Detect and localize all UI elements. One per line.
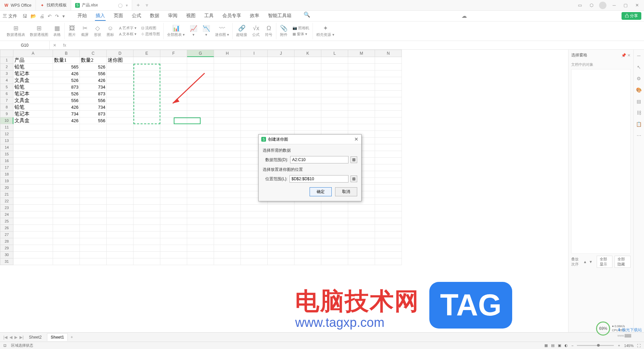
save-icon[interactable]: 🖫: [22, 13, 27, 19]
avatar[interactable]: [599, 2, 606, 9]
link-icon[interactable]: ⛓: [637, 110, 641, 115]
pin-icon[interactable]: 📌: [621, 53, 626, 58]
column-header[interactable]: H: [214, 50, 241, 57]
zoom-out-button[interactable]: −: [571, 344, 573, 348]
zoom-in-button[interactable]: ＋: [617, 343, 621, 348]
dialog-close-button[interactable]: ✕: [354, 136, 359, 142]
redo-icon[interactable]: ↷: [55, 13, 59, 19]
chart-type2[interactable]: 📉▾: [202, 25, 210, 37]
bring-forward-icon[interactable]: ▲: [583, 260, 587, 264]
tab-data[interactable]: 数据: [149, 11, 160, 21]
close-button[interactable]: ✕: [633, 2, 641, 9]
style-icon[interactable]: 🎨: [636, 87, 642, 93]
column-header[interactable]: G: [187, 50, 214, 57]
data-cell[interactable]: 734: [80, 104, 107, 111]
data-cell[interactable]: 铅笔: [13, 104, 53, 111]
data-cell[interactable]: 556: [80, 70, 107, 77]
data-cell[interactable]: 556: [80, 97, 107, 104]
tab-tools[interactable]: 工具: [204, 11, 214, 21]
data-cell[interactable]: 文具盒: [13, 97, 53, 104]
row-header[interactable]: 6: [0, 91, 13, 97]
column-header[interactable]: K: [294, 50, 321, 57]
tab-wps-office[interactable]: W WPS Office: [0, 0, 36, 10]
undo-icon[interactable]: ↶: [48, 13, 52, 19]
tab-smart[interactable]: 智能工具箱: [267, 11, 292, 21]
cloud-icon[interactable]: ☁: [462, 13, 467, 19]
row-header[interactable]: 28: [0, 238, 13, 245]
flowchart[interactable]: ⊡ 流程图: [141, 26, 160, 31]
row-header[interactable]: 16: [0, 158, 13, 164]
object-list[interactable]: [571, 69, 631, 254]
header-cell[interactable]: 数量1: [53, 57, 80, 64]
data-cell[interactable]: 文具盒: [13, 77, 53, 84]
row-header[interactable]: 1: [0, 57, 13, 64]
row-header[interactable]: 9: [0, 111, 13, 117]
chart-type1[interactable]: 📈▾: [190, 25, 198, 37]
ok-button[interactable]: 确定: [310, 187, 332, 196]
screenshot[interactable]: ✂截屏: [81, 25, 89, 37]
header-cell[interactable]: 数量2: [80, 57, 107, 64]
settings-icon[interactable]: ⚙: [637, 76, 641, 81]
fullscreen-icon[interactable]: ⛶: [637, 344, 641, 348]
show-all-button[interactable]: 全部显示: [597, 256, 613, 268]
data-cell[interactable]: 526: [53, 77, 80, 84]
data-cell[interactable]: 556: [80, 117, 107, 124]
collapse-icon[interactable]: ─: [637, 53, 641, 58]
prev-sheet-icon[interactable]: ◀: [9, 335, 12, 340]
close-pane-icon[interactable]: ✕: [627, 53, 631, 58]
icons[interactable]: ☺图标: [106, 25, 114, 37]
row-header[interactable]: 29: [0, 245, 13, 252]
mindmap[interactable]: ⊹ 思维导图: [141, 32, 160, 37]
zoom-level[interactable]: 145%: [624, 344, 634, 348]
send-backward-icon[interactable]: ▼: [589, 260, 593, 264]
hyperlink[interactable]: 🔗超链接: [236, 25, 247, 37]
sheet-tab-sheet2[interactable]: Sheet2: [25, 334, 45, 341]
next-sheet-icon[interactable]: ▶: [14, 335, 17, 340]
all-charts[interactable]: 📊全部图表 ▾: [167, 25, 185, 37]
view-page-icon[interactable]: ▤: [551, 343, 554, 348]
layout-icon[interactable]: ▭: [576, 2, 584, 9]
pivot-table[interactable]: ⊞数据透视表: [7, 25, 25, 37]
header-cell[interactable]: 产品: [13, 57, 53, 64]
tab-review[interactable]: 审阅: [167, 11, 178, 21]
row-header[interactable]: 2: [0, 64, 13, 70]
wordart[interactable]: A 艺术字 ▾: [119, 26, 137, 31]
row-header[interactable]: 19: [0, 178, 13, 185]
row-header[interactable]: 30: [0, 252, 13, 258]
add-sheet-button[interactable]: ＋: [70, 334, 74, 340]
tab-page[interactable]: 页面: [113, 11, 124, 21]
tab-view[interactable]: 视图: [185, 11, 196, 21]
cube-icon[interactable]: ⬡: [588, 2, 595, 9]
view-normal-icon[interactable]: ▦: [544, 343, 548, 348]
symbol[interactable]: Ω符号: [265, 25, 273, 37]
data-cell[interactable]: 565: [53, 64, 80, 70]
tab-start[interactable]: 开始: [77, 11, 88, 21]
tab-formula[interactable]: 公式: [131, 11, 142, 21]
data-cell[interactable]: 笔记本: [13, 111, 53, 117]
tab-vip[interactable]: 会员专享: [222, 11, 242, 21]
row-header[interactable]: 22: [0, 198, 13, 205]
first-sheet-icon[interactable]: |◀: [3, 335, 7, 340]
data-range-input[interactable]: [290, 156, 348, 163]
tab-spreadsheet[interactable]: S 产品.xlsx ◯ ▾: [71, 0, 132, 10]
row-header[interactable]: 8: [0, 104, 13, 111]
data-cell[interactable]: 556: [53, 97, 80, 104]
row-header[interactable]: 25: [0, 218, 13, 225]
sheet-tab-sheet1[interactable]: Sheet1: [47, 333, 67, 341]
tab-insert[interactable]: 插入: [95, 11, 106, 21]
tab-efficiency[interactable]: 效率: [249, 11, 260, 21]
data-cell[interactable]: 526: [53, 91, 80, 97]
clipboard-icon[interactable]: 📋: [636, 121, 642, 127]
formula-input[interactable]: [69, 41, 644, 49]
docer-resource[interactable]: ✦稻壳资源 ▾: [316, 25, 334, 37]
column-header[interactable]: N: [375, 50, 402, 57]
fx-icon[interactable]: fx: [60, 43, 69, 48]
row-header[interactable]: 3: [0, 70, 13, 77]
share-button[interactable]: 凸 分享: [622, 12, 641, 20]
data-cell[interactable]: 873: [53, 84, 80, 91]
dialog-titlebar[interactable]: S 创建迷你图 ✕: [259, 135, 361, 144]
select-tool-icon[interactable]: ↖: [637, 64, 641, 70]
row-header[interactable]: 26: [0, 225, 13, 232]
data-cell[interactable]: 426: [80, 77, 107, 84]
layers-icon[interactable]: ▤: [637, 99, 641, 104]
